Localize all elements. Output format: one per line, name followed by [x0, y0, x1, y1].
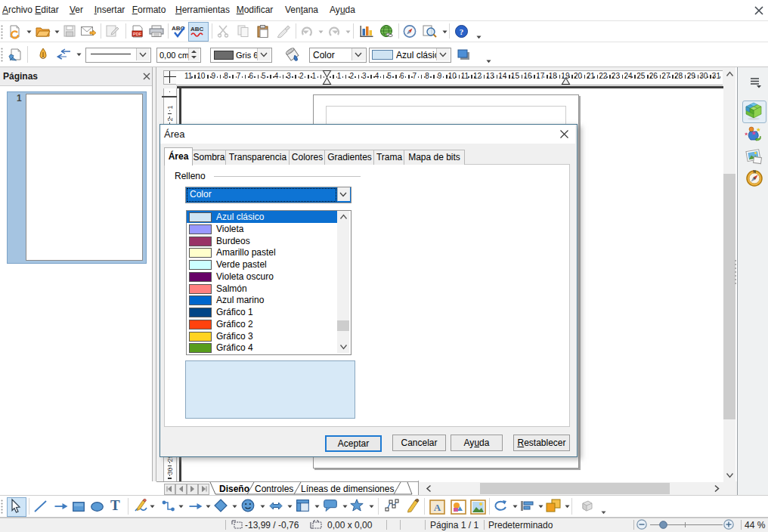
- svg-text:N: N: [753, 169, 756, 174]
- svg-text:ABC: ABC: [190, 26, 204, 32]
- svg-text:A: A: [434, 502, 441, 513]
- svg-text:PDF: PDF: [133, 32, 142, 36]
- svg-text:?: ?: [460, 27, 464, 36]
